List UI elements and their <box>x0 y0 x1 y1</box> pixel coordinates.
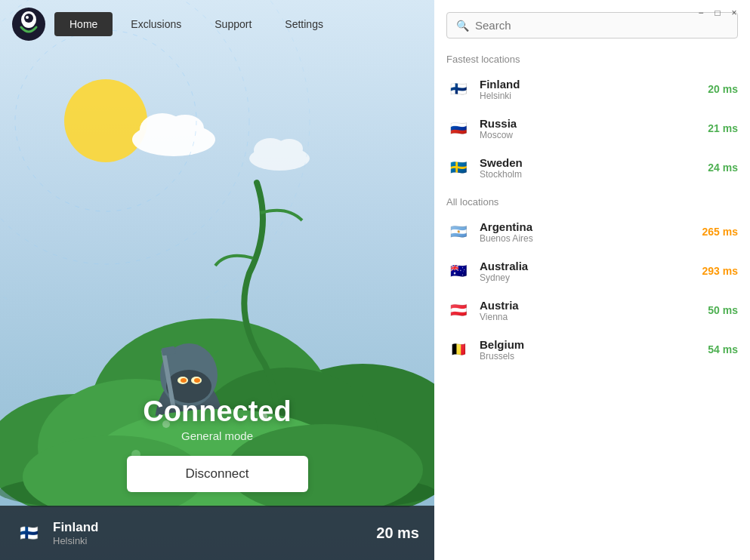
location-country: Argentina <box>480 220 693 233</box>
location-item[interactable]: 🇫🇮 Finland Helsinki 20 ms <box>440 69 744 109</box>
nav-settings[interactable]: Settings <box>270 12 338 36</box>
location-latency: 265 ms <box>702 226 738 238</box>
all-locations-list: 🇦🇷 Argentina Buenos Aires 265 ms 🇦🇺 Aust… <box>440 212 744 369</box>
svg-point-25 <box>194 378 200 383</box>
location-info: Australia Sydney <box>480 260 693 283</box>
location-list: Fastest locations 🇫🇮 Finland Helsinki 20… <box>434 45 750 560</box>
location-country: Australia <box>480 260 693 272</box>
fastest-locations-list: 🇫🇮 Finland Helsinki 20 ms 🇷🇺 Russia Mosc… <box>440 69 744 187</box>
location-city: Vienna <box>480 312 699 322</box>
bottom-connection-bar: 🇫🇮 Finland Helsinki 20 ms <box>0 506 434 560</box>
svg-point-24 <box>181 378 187 383</box>
location-latency: 24 ms <box>708 162 738 174</box>
nav-support[interactable]: Support <box>199 12 267 36</box>
bottom-latency: 20 ms <box>376 525 419 542</box>
location-city: Brussels <box>480 351 699 362</box>
location-info: Argentina Buenos Aires <box>480 220 693 244</box>
location-country: Russia <box>480 117 699 130</box>
maximize-button[interactable]: □ <box>711 6 724 20</box>
all-locations-label: All locations <box>440 187 744 212</box>
right-panel: 🔍 Fastest locations 🇫🇮 Finland Helsinki … <box>434 0 750 560</box>
status-overlay: Connected General mode Disconnect <box>127 395 308 492</box>
location-item[interactable]: 🇸🇪 Sweden Stockholm 24 ms <box>440 148 744 187</box>
close-button[interactable]: × <box>727 6 741 20</box>
svg-point-3 <box>26 16 29 19</box>
location-latency: 20 ms <box>708 83 738 95</box>
location-item[interactable]: 🇦🇷 Argentina Buenos Aires 265 ms <box>440 212 744 251</box>
location-latency: 54 ms <box>708 343 738 355</box>
nav-home[interactable]: Home <box>54 12 113 36</box>
location-info: Russia Moscow <box>480 117 699 140</box>
flag-icon: 🇦🇷 <box>446 220 471 244</box>
disconnect-button[interactable]: Disconnect <box>127 456 308 492</box>
location-latency: 293 ms <box>702 265 738 277</box>
fastest-locations-label: Fastest locations <box>440 45 744 69</box>
location-item[interactable]: 🇦🇹 Austria Vienna 50 ms <box>440 291 744 330</box>
location-item[interactable]: 🇦🇺 Australia Sydney 293 ms <box>440 251 744 291</box>
nav-bar: Home Exclusions Support Settings <box>0 0 434 48</box>
location-country: Belgium <box>480 338 699 351</box>
svg-point-10 <box>276 139 303 158</box>
location-country: Austria <box>480 299 699 312</box>
location-latency: 50 ms <box>708 304 738 316</box>
location-city: Sydney <box>480 272 693 283</box>
minimize-button[interactable]: − <box>694 6 708 20</box>
location-info: Sweden Stockholm <box>480 156 699 180</box>
location-city: Moscow <box>480 130 699 140</box>
location-info: Finland Helsinki <box>480 78 699 101</box>
location-city: Helsinki <box>480 91 699 101</box>
window-chrome: − □ × <box>685 0 750 26</box>
location-city: Buenos Aires <box>480 233 693 244</box>
bottom-flag-icon: 🇫🇮 <box>15 519 42 546</box>
flag-icon: 🇦🇺 <box>446 259 471 283</box>
location-country: Sweden <box>480 156 699 169</box>
location-item[interactable]: 🇧🇪 Belgium Brussels 54 ms <box>440 330 744 369</box>
location-info: Belgium Brussels <box>480 338 699 362</box>
connection-status: Connected <box>127 395 308 428</box>
location-city: Stockholm <box>480 169 699 180</box>
flag-icon: 🇦🇹 <box>446 298 471 322</box>
left-panel: Home Exclusions Support Settings <box>0 0 434 560</box>
bottom-location-info: Finland Helsinki <box>53 520 376 546</box>
flag-icon: 🇸🇪 <box>446 155 471 180</box>
location-latency: 21 ms <box>708 122 738 134</box>
nav-exclusions[interactable]: Exclusions <box>116 12 196 36</box>
flag-icon: 🇧🇪 <box>446 337 471 362</box>
bottom-country: Finland <box>53 520 376 535</box>
flag-icon: 🇷🇺 <box>446 116 471 140</box>
svg-point-2 <box>24 14 33 23</box>
search-icon: 🔍 <box>456 20 469 32</box>
app-logo <box>12 8 45 41</box>
location-country: Finland <box>480 78 699 91</box>
svg-point-4 <box>64 79 147 162</box>
bottom-city: Helsinki <box>53 535 376 546</box>
svg-point-7 <box>166 115 204 142</box>
location-info: Austria Vienna <box>480 299 699 322</box>
location-item[interactable]: 🇷🇺 Russia Moscow 21 ms <box>440 109 744 148</box>
flag-icon: 🇫🇮 <box>446 77 471 101</box>
connection-mode: General mode <box>127 429 308 442</box>
